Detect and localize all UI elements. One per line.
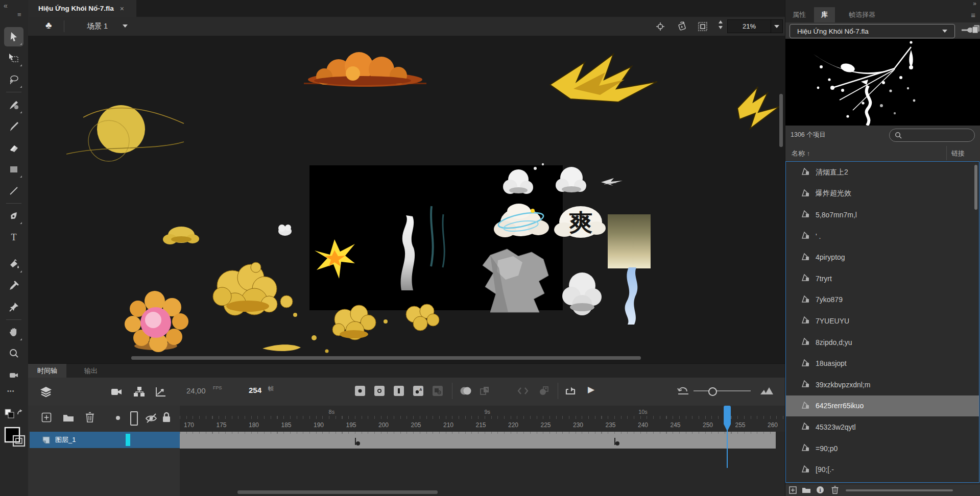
collapse-panel-icon[interactable]: « bbox=[4, 2, 8, 10]
library-item[interactable]: 39xzkbvpzxdnl;m bbox=[786, 374, 979, 395]
new-library-panel-icon[interactable] bbox=[971, 24, 980, 34]
ruler-frames-row[interactable]: 1701751801851901952002052102152202252302… bbox=[180, 419, 785, 432]
paste-frames-icon[interactable] bbox=[480, 386, 490, 396]
stage-vertical-scrollbar[interactable] bbox=[779, 94, 783, 147]
insert-blank-keyframe-button[interactable] bbox=[374, 386, 385, 396]
play-button[interactable]: ▶ bbox=[588, 384, 594, 395]
library-item[interactable] bbox=[786, 480, 979, 483]
delete-layer-trash-icon[interactable] bbox=[85, 412, 94, 423]
classic-brush-tool[interactable] bbox=[4, 117, 23, 136]
clip-content-icon[interactable] bbox=[697, 21, 708, 32]
library-item[interactable]: 5,8o7mn7m,l bbox=[786, 204, 979, 226]
zoom-tool[interactable] bbox=[4, 344, 23, 363]
toolbar-menu-icon[interactable]: ≡ bbox=[17, 11, 21, 18]
selection-tool[interactable] bbox=[4, 27, 23, 46]
add-camera-icon[interactable] bbox=[111, 387, 123, 397]
scene-chevron-down-icon[interactable] bbox=[123, 24, 128, 28]
library-scrollbar[interactable] bbox=[974, 165, 977, 210]
timeline-zoom-slider[interactable] bbox=[694, 390, 751, 391]
stage-horizontal-scrollbar[interactable] bbox=[131, 356, 641, 360]
library-item[interactable]: 清烟直上2 bbox=[786, 162, 979, 183]
highlight-layers-dot-icon[interactable] bbox=[116, 416, 120, 420]
layer-frames-row[interactable] bbox=[180, 432, 785, 449]
outline-view-icon[interactable] bbox=[130, 411, 138, 426]
fill-stroke-color-swatches[interactable] bbox=[4, 427, 27, 448]
layer-parenting-icon[interactable] bbox=[133, 386, 146, 398]
document-tab[interactable]: Hiệu Ứng Khói Nổ-7.fla × bbox=[28, 0, 136, 17]
library-item[interactable]: 7YUEUYU bbox=[786, 310, 979, 332]
column-name[interactable]: 名称 ↑ bbox=[792, 149, 810, 158]
tab-frame-picker[interactable]: 帧选择器 bbox=[842, 7, 882, 22]
resize-timeline-view-icon[interactable] bbox=[759, 385, 775, 396]
keyframe-dot[interactable] bbox=[356, 441, 360, 445]
hide-layers-eye-icon[interactable] bbox=[145, 412, 158, 424]
layer-color-swatch[interactable] bbox=[126, 434, 130, 446]
zoom-level-input[interactable]: 21% bbox=[727, 19, 771, 33]
line-tool[interactable] bbox=[4, 181, 23, 201]
new-folder-bottom-icon[interactable] bbox=[802, 487, 811, 493]
stepper-down-icon[interactable] bbox=[719, 26, 723, 29]
library-item[interactable]: 4piryptog bbox=[786, 246, 979, 268]
library-item[interactable]: 18uasjopt bbox=[786, 353, 979, 374]
center-stage-icon[interactable] bbox=[655, 21, 665, 32]
library-item[interactable]: 7yko879 bbox=[786, 289, 979, 311]
insert-keyframe-button[interactable] bbox=[355, 386, 365, 396]
library-item-list[interactable]: 清烟直上2爆炸超光效5,8o7mn7m,l' .4piryptog7tryrt7… bbox=[785, 161, 979, 483]
symbol-properties-info-icon[interactable]: i bbox=[816, 486, 824, 494]
eraser-tool[interactable] bbox=[4, 138, 23, 158]
stage-pasteboard[interactable]: 爽 bbox=[28, 36, 785, 363]
library-item[interactable]: 8zipdo,d;yu bbox=[786, 332, 979, 353]
delete-item-trash-icon[interactable] bbox=[831, 486, 839, 494]
library-item[interactable]: ' . bbox=[786, 226, 979, 247]
auto-keyframe-button[interactable]: A bbox=[413, 386, 423, 396]
paint-bucket-tool[interactable] bbox=[4, 255, 23, 274]
reset-timeline-zoom-icon[interactable] bbox=[677, 386, 690, 396]
edit-toolbar-ellipsis-icon[interactable]: ••• bbox=[7, 388, 15, 394]
timeline-zoom-slider-knob[interactable] bbox=[708, 387, 717, 396]
fps-value[interactable]: 24,00 bbox=[186, 386, 206, 395]
camera-tool[interactable] bbox=[4, 365, 23, 385]
panel-menu-icon[interactable]: ≡ bbox=[971, 11, 975, 19]
library-item-selected[interactable]: 6425rerr65ikuo bbox=[786, 395, 979, 417]
scene-label[interactable]: 场景 1 bbox=[87, 21, 108, 31]
tab-library[interactable]: 库 bbox=[814, 7, 835, 22]
layers-icon[interactable] bbox=[39, 386, 53, 398]
library-document-selector[interactable]: Hiệu Ứng Khói Nổ-7.fla bbox=[790, 24, 955, 38]
library-horizontal-scrollbar[interactable] bbox=[846, 489, 953, 491]
pen-tool[interactable] bbox=[4, 206, 23, 226]
remove-frames-button[interactable] bbox=[433, 386, 443, 396]
library-item[interactable]: 爆炸超光效 bbox=[786, 183, 979, 205]
stepper-up-icon[interactable] bbox=[719, 20, 723, 23]
library-item[interactable]: =90;p0 bbox=[786, 438, 979, 459]
library-item[interactable]: [90;[.- bbox=[786, 459, 979, 480]
library-item[interactable]: 45323w2qytl bbox=[786, 416, 979, 438]
hand-tool[interactable] bbox=[4, 323, 23, 342]
eyedropper-tool[interactable] bbox=[4, 276, 23, 295]
new-layer-icon[interactable] bbox=[41, 412, 52, 423]
expand-panel-icon[interactable]: » bbox=[973, 0, 976, 7]
loop-playback-icon[interactable] bbox=[564, 385, 577, 396]
lock-layers-icon[interactable] bbox=[162, 412, 171, 423]
layer-depth-graph-icon[interactable] bbox=[155, 386, 167, 398]
library-search-input[interactable] bbox=[889, 129, 975, 142]
onion-skin-icon[interactable] bbox=[459, 386, 472, 396]
layer-row[interactable]: 图层_1 bbox=[30, 432, 180, 448]
insert-frame-button[interactable] bbox=[394, 386, 404, 396]
zoom-stepper[interactable] bbox=[719, 20, 723, 29]
library-item[interactable]: 7tryrt bbox=[786, 268, 979, 289]
subselection-transform-tool[interactable] bbox=[4, 48, 23, 68]
new-symbol-icon[interactable] bbox=[789, 486, 797, 494]
asset-warp-pin-tool[interactable] bbox=[4, 297, 23, 317]
new-folder-icon[interactable] bbox=[63, 413, 74, 422]
lasso-tool[interactable] bbox=[4, 70, 23, 89]
tab-output[interactable]: 输出 bbox=[75, 364, 107, 378]
fluid-brush-tool[interactable] bbox=[4, 95, 23, 115]
keyframe-dot[interactable] bbox=[615, 441, 619, 445]
rectangle-tool[interactable] bbox=[4, 160, 23, 179]
ruler-seconds-row[interactable]: 8s9s10s bbox=[180, 406, 785, 419]
column-linkage[interactable]: 链接 bbox=[951, 149, 965, 158]
frame-span[interactable] bbox=[180, 432, 776, 449]
total-frames-value[interactable]: 254 bbox=[249, 386, 261, 394]
close-tab-icon[interactable]: × bbox=[120, 5, 124, 13]
swap-colors-control[interactable] bbox=[4, 408, 23, 421]
